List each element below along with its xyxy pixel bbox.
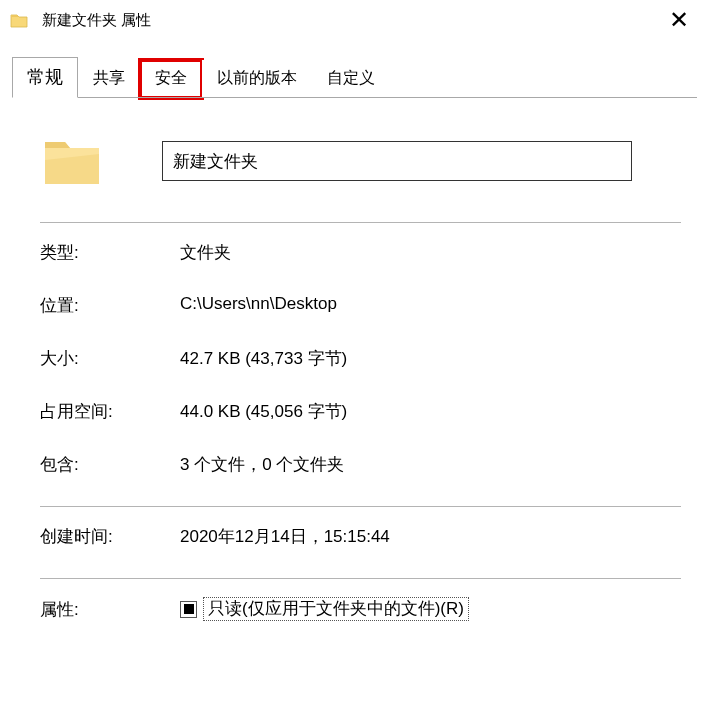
close-button[interactable]: ✕ xyxy=(659,2,699,38)
tab-underline xyxy=(12,97,697,98)
size-on-disk-label: 占用空间: xyxy=(40,400,180,423)
row-contains: 包含: 3 个文件，0 个文件夹 xyxy=(40,453,681,476)
tab-security-label: 安全 xyxy=(155,69,187,86)
tab-customize[interactable]: 自定义 xyxy=(312,60,390,98)
type-label: 类型: xyxy=(40,241,180,264)
tab-general[interactable]: 常规 xyxy=(12,57,78,98)
row-size-on-disk: 占用空间: 44.0 KB (45,056 字节) xyxy=(40,400,681,423)
folder-icon xyxy=(10,12,28,28)
location-value: C:\Users\nn\Desktop xyxy=(180,294,681,317)
tab-previous-label: 以前的版本 xyxy=(217,69,297,86)
row-location: 位置: C:\Users\nn\Desktop xyxy=(40,294,681,317)
created-value: 2020年12月14日，15:15:44 xyxy=(180,525,681,548)
folder-name-input[interactable] xyxy=(162,141,632,181)
title-bar: 新建文件夹 属性 ✕ xyxy=(0,0,709,40)
row-size: 大小: 42.7 KB (43,733 字节) xyxy=(40,347,681,370)
location-label: 位置: xyxy=(40,294,180,317)
size-value: 42.7 KB (43,733 字节) xyxy=(180,347,681,370)
folder-large-icon xyxy=(40,128,104,194)
tab-security[interactable]: 安全 xyxy=(140,60,202,98)
separator xyxy=(40,578,681,579)
header-row xyxy=(40,128,681,194)
attributes-label: 属性: xyxy=(40,598,180,621)
checkbox-indeterminate-icon xyxy=(184,604,194,614)
contains-value: 3 个文件，0 个文件夹 xyxy=(180,453,681,476)
tab-sharing-label: 共享 xyxy=(93,69,125,86)
readonly-checkbox-group[interactable]: 只读(仅应用于文件夹中的文件)(R) xyxy=(180,597,469,621)
window-title: 新建文件夹 属性 xyxy=(42,11,151,30)
readonly-label: 只读(仅应用于文件夹中的文件)(R) xyxy=(203,597,469,621)
separator xyxy=(40,506,681,507)
created-label: 创建时间: xyxy=(40,525,180,548)
row-type: 类型: 文件夹 xyxy=(40,241,681,264)
contains-label: 包含: xyxy=(40,453,180,476)
type-value: 文件夹 xyxy=(180,241,681,264)
row-created: 创建时间: 2020年12月14日，15:15:44 xyxy=(40,525,681,548)
row-attributes: 属性: 只读(仅应用于文件夹中的文件)(R) xyxy=(40,597,681,621)
tab-previous-versions[interactable]: 以前的版本 xyxy=(202,60,312,98)
tab-general-label: 常规 xyxy=(27,67,63,87)
tab-customize-label: 自定义 xyxy=(327,69,375,86)
separator xyxy=(40,222,681,223)
tab-sharing[interactable]: 共享 xyxy=(78,60,140,98)
tab-strip: 常规 共享 安全 以前的版本 自定义 xyxy=(12,62,709,98)
readonly-checkbox[interactable] xyxy=(180,601,197,618)
close-icon: ✕ xyxy=(669,6,689,34)
size-label: 大小: xyxy=(40,347,180,370)
tab-content-general: 类型: 文件夹 位置: C:\Users\nn\Desktop 大小: 42.7… xyxy=(0,98,709,621)
size-on-disk-value: 44.0 KB (45,056 字节) xyxy=(180,400,681,423)
